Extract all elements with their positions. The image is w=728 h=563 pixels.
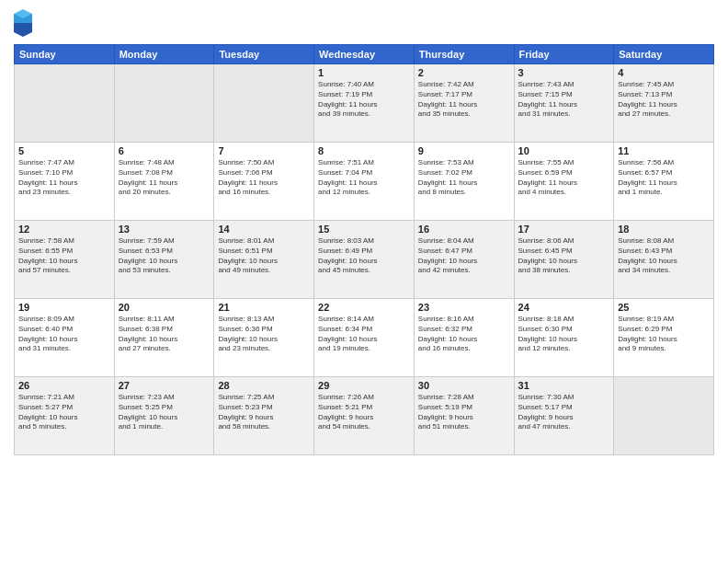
day-cell: 11Sunrise: 7:56 AM Sunset: 6:57 PM Dayli… xyxy=(614,143,714,221)
day-info: Sunrise: 8:04 AM Sunset: 6:47 PM Dayligh… xyxy=(418,236,510,276)
col-header-sunday: Sunday xyxy=(15,45,115,64)
day-cell: 4Sunrise: 7:45 AM Sunset: 7:13 PM Daylig… xyxy=(614,64,714,143)
day-number: 27 xyxy=(119,380,210,391)
day-cell: 22Sunrise: 8:14 AM Sunset: 6:34 PM Dayli… xyxy=(314,299,415,377)
day-cell xyxy=(15,64,115,143)
day-number: 9 xyxy=(418,145,510,156)
day-cell: 3Sunrise: 7:43 AM Sunset: 7:15 PM Daylig… xyxy=(514,64,614,143)
day-info: Sunrise: 7:45 AM Sunset: 7:13 PM Dayligh… xyxy=(618,80,710,120)
day-info: Sunrise: 7:28 AM Sunset: 5:19 PM Dayligh… xyxy=(418,393,510,432)
page: SundayMondayTuesdayWednesdayThursdayFrid… xyxy=(0,0,728,563)
day-cell: 17Sunrise: 8:06 AM Sunset: 6:45 PM Dayli… xyxy=(514,221,614,299)
day-number: 10 xyxy=(518,145,610,156)
day-info: Sunrise: 7:59 AM Sunset: 6:53 PM Dayligh… xyxy=(119,236,210,276)
logo-icon xyxy=(14,9,32,37)
day-info: Sunrise: 7:21 AM Sunset: 5:27 PM Dayligh… xyxy=(18,393,110,432)
day-info: Sunrise: 7:56 AM Sunset: 6:57 PM Dayligh… xyxy=(618,158,710,198)
day-info: Sunrise: 7:42 AM Sunset: 7:17 PM Dayligh… xyxy=(418,80,510,120)
day-cell: 18Sunrise: 8:08 AM Sunset: 6:43 PM Dayli… xyxy=(614,221,714,299)
day-number: 19 xyxy=(18,302,110,313)
day-info: Sunrise: 8:13 AM Sunset: 6:36 PM Dayligh… xyxy=(218,315,310,354)
day-number: 8 xyxy=(318,145,410,156)
week-row-0: 1Sunrise: 7:40 AM Sunset: 7:19 PM Daylig… xyxy=(15,64,714,143)
day-number: 7 xyxy=(218,145,310,156)
day-cell: 5Sunrise: 7:47 AM Sunset: 7:10 PM Daylig… xyxy=(15,143,115,221)
calendar: SundayMondayTuesdayWednesdayThursdayFrid… xyxy=(14,44,714,455)
day-cell: 21Sunrise: 8:13 AM Sunset: 6:36 PM Dayli… xyxy=(214,299,314,377)
day-number: 24 xyxy=(518,302,610,313)
day-cell: 16Sunrise: 8:04 AM Sunset: 6:47 PM Dayli… xyxy=(414,221,514,299)
day-info: Sunrise: 7:30 AM Sunset: 5:17 PM Dayligh… xyxy=(518,393,610,432)
day-info: Sunrise: 8:08 AM Sunset: 6:43 PM Dayligh… xyxy=(618,236,710,276)
day-number: 13 xyxy=(119,224,210,235)
week-row-3: 19Sunrise: 8:09 AM Sunset: 6:40 PM Dayli… xyxy=(15,299,714,377)
day-cell: 27Sunrise: 7:23 AM Sunset: 5:25 PM Dayli… xyxy=(114,377,214,455)
day-info: Sunrise: 7:51 AM Sunset: 7:04 PM Dayligh… xyxy=(318,158,410,198)
day-info: Sunrise: 7:25 AM Sunset: 5:23 PM Dayligh… xyxy=(218,393,310,432)
day-number: 4 xyxy=(618,67,710,78)
day-number: 6 xyxy=(119,145,210,156)
col-header-wednesday: Wednesday xyxy=(314,45,415,64)
day-info: Sunrise: 7:26 AM Sunset: 5:21 PM Dayligh… xyxy=(318,393,410,432)
day-number: 25 xyxy=(618,302,710,313)
col-header-friday: Friday xyxy=(514,45,614,64)
day-cell: 28Sunrise: 7:25 AM Sunset: 5:23 PM Dayli… xyxy=(214,377,314,455)
day-info: Sunrise: 8:11 AM Sunset: 6:38 PM Dayligh… xyxy=(119,315,210,354)
day-number: 14 xyxy=(218,224,310,235)
day-number: 16 xyxy=(418,224,510,235)
col-header-monday: Monday xyxy=(114,45,214,64)
day-info: Sunrise: 7:50 AM Sunset: 7:06 PM Dayligh… xyxy=(218,158,310,198)
day-info: Sunrise: 7:48 AM Sunset: 7:08 PM Dayligh… xyxy=(119,158,210,198)
day-number: 26 xyxy=(18,380,110,391)
day-number: 30 xyxy=(418,380,510,391)
day-cell: 13Sunrise: 7:59 AM Sunset: 6:53 PM Dayli… xyxy=(114,221,214,299)
day-number: 17 xyxy=(518,224,610,235)
day-info: Sunrise: 8:18 AM Sunset: 6:30 PM Dayligh… xyxy=(518,315,610,354)
day-cell: 8Sunrise: 7:51 AM Sunset: 7:04 PM Daylig… xyxy=(314,143,415,221)
day-info: Sunrise: 8:01 AM Sunset: 6:51 PM Dayligh… xyxy=(218,236,310,276)
day-number: 23 xyxy=(418,302,510,313)
day-cell: 10Sunrise: 7:55 AM Sunset: 6:59 PM Dayli… xyxy=(514,143,614,221)
day-cell: 25Sunrise: 8:19 AM Sunset: 6:29 PM Dayli… xyxy=(614,299,714,377)
day-info: Sunrise: 7:47 AM Sunset: 7:10 PM Dayligh… xyxy=(18,158,110,198)
day-number: 11 xyxy=(618,145,710,156)
day-info: Sunrise: 8:19 AM Sunset: 6:29 PM Dayligh… xyxy=(618,315,710,354)
day-info: Sunrise: 7:43 AM Sunset: 7:15 PM Dayligh… xyxy=(518,80,610,120)
day-cell: 31Sunrise: 7:30 AM Sunset: 5:17 PM Dayli… xyxy=(514,377,614,455)
day-info: Sunrise: 7:55 AM Sunset: 6:59 PM Dayligh… xyxy=(518,158,610,198)
day-cell: 6Sunrise: 7:48 AM Sunset: 7:08 PM Daylig… xyxy=(114,143,214,221)
col-header-tuesday: Tuesday xyxy=(214,45,314,64)
day-number: 21 xyxy=(218,302,310,313)
day-number: 1 xyxy=(318,67,410,78)
header xyxy=(14,9,714,37)
day-cell: 24Sunrise: 8:18 AM Sunset: 6:30 PM Dayli… xyxy=(514,299,614,377)
day-cell xyxy=(614,377,714,455)
col-header-saturday: Saturday xyxy=(614,45,714,64)
day-info: Sunrise: 7:23 AM Sunset: 5:25 PM Dayligh… xyxy=(119,393,210,432)
day-number: 2 xyxy=(418,67,510,78)
day-info: Sunrise: 8:06 AM Sunset: 6:45 PM Dayligh… xyxy=(518,236,610,276)
day-cell: 23Sunrise: 8:16 AM Sunset: 6:32 PM Dayli… xyxy=(414,299,514,377)
day-cell: 20Sunrise: 8:11 AM Sunset: 6:38 PM Dayli… xyxy=(114,299,214,377)
day-cell: 9Sunrise: 7:53 AM Sunset: 7:02 PM Daylig… xyxy=(414,143,514,221)
day-info: Sunrise: 8:16 AM Sunset: 6:32 PM Dayligh… xyxy=(418,315,510,354)
day-cell: 30Sunrise: 7:28 AM Sunset: 5:19 PM Dayli… xyxy=(414,377,514,455)
day-number: 31 xyxy=(518,380,610,391)
week-row-4: 26Sunrise: 7:21 AM Sunset: 5:27 PM Dayli… xyxy=(15,377,714,455)
day-number: 28 xyxy=(218,380,310,391)
day-cell: 19Sunrise: 8:09 AM Sunset: 6:40 PM Dayli… xyxy=(15,299,115,377)
day-cell xyxy=(214,64,314,143)
logo xyxy=(14,9,35,37)
day-number: 12 xyxy=(18,224,110,235)
day-cell: 2Sunrise: 7:42 AM Sunset: 7:17 PM Daylig… xyxy=(414,64,514,143)
day-cell: 7Sunrise: 7:50 AM Sunset: 7:06 PM Daylig… xyxy=(214,143,314,221)
day-number: 22 xyxy=(318,302,410,313)
day-number: 15 xyxy=(318,224,410,235)
day-info: Sunrise: 7:40 AM Sunset: 7:19 PM Dayligh… xyxy=(318,80,410,120)
day-cell: 12Sunrise: 7:58 AM Sunset: 6:55 PM Dayli… xyxy=(15,221,115,299)
day-cell: 14Sunrise: 8:01 AM Sunset: 6:51 PM Dayli… xyxy=(214,221,314,299)
day-number: 5 xyxy=(18,145,110,156)
day-info: Sunrise: 7:53 AM Sunset: 7:02 PM Dayligh… xyxy=(418,158,510,198)
week-row-1: 5Sunrise: 7:47 AM Sunset: 7:10 PM Daylig… xyxy=(15,143,714,221)
day-cell: 15Sunrise: 8:03 AM Sunset: 6:49 PM Dayli… xyxy=(314,221,415,299)
